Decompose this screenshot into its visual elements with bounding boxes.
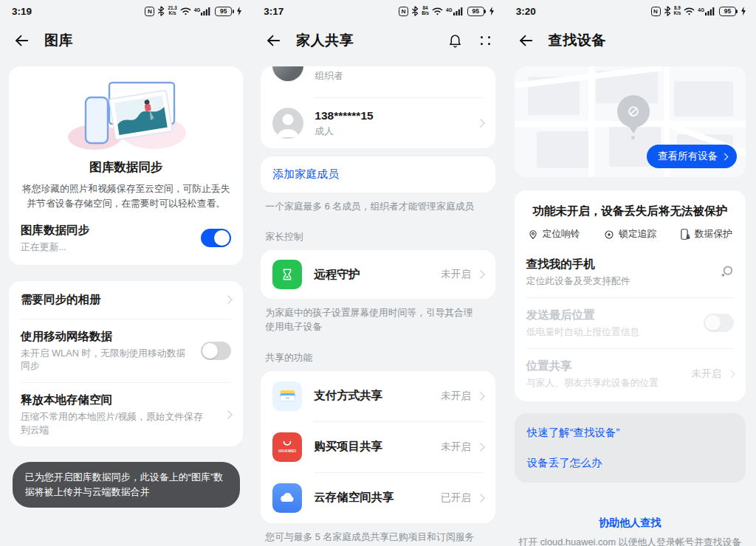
- wallet-icon: [272, 381, 302, 411]
- status-bar: 3:19 21.3K/s 4G 95: [0, 0, 252, 22]
- payment-sharing-row[interactable]: 支付方式共享 未开启: [261, 371, 495, 421]
- back-button[interactable]: [518, 32, 534, 49]
- location-sharing-status: 未开启: [691, 367, 721, 381]
- nfc-icon: [145, 7, 154, 16]
- location-pin-icon: [528, 229, 538, 240]
- wifi-icon: [180, 7, 191, 15]
- cloud-storage-sharing-row[interactable]: 云存储空间共享 已开启: [261, 473, 495, 523]
- payment-sharing-label: 支付方式共享: [314, 388, 441, 404]
- view-all-devices-button[interactable]: 查看所有设备: [647, 145, 737, 168]
- app-header: 查找设备: [504, 22, 756, 59]
- free-space-row[interactable]: 释放本地存储空间 压缩不常用的本地照片/视频，原始文件保存到云端: [9, 383, 243, 446]
- purchases-sharing-status: 未开启: [441, 440, 471, 454]
- network-speed-indicator: 8.9K/s: [674, 6, 681, 16]
- bluetooth-icon: [664, 6, 671, 16]
- organizer-member-row-partial[interactable]: 组织者: [261, 66, 495, 97]
- chevron-right-icon: [476, 271, 484, 279]
- location-off-icon: [625, 103, 642, 120]
- wifi-icon: [684, 7, 695, 15]
- organizer-avatar: [272, 66, 303, 81]
- chevron-right-icon: [476, 443, 484, 451]
- page-title: 图库: [44, 31, 73, 50]
- status-bar: 3:20 8.9K/s 4G 95: [504, 0, 756, 22]
- back-arrow-icon: [518, 32, 534, 49]
- more-options-icon[interactable]: [481, 36, 491, 46]
- device-lost-help-link[interactable]: 设备丢了怎么办: [515, 448, 746, 478]
- status-icons: 8.9K/s 4G 95: [651, 6, 746, 16]
- gallery-sync-toggle[interactable]: [201, 229, 231, 247]
- back-button[interactable]: [265, 32, 281, 49]
- screen-gallery-sync: 3:19 21.3K/s 4G 95 图库: [0, 0, 252, 546]
- purchases-sharing-row[interactable]: HUAWEI 购买项目共享 未开启: [261, 422, 495, 472]
- gallery-sync-card: 图库数据同步 将您珍藏的照片和视频保存至云空间，可防止丢失并节省设备存储空间，在…: [9, 66, 243, 265]
- add-member-card[interactable]: 添加家庭成员: [261, 156, 495, 193]
- gallery-sync-illustration: [9, 66, 243, 152]
- purchases-sharing-label: 购买项目共享: [314, 439, 441, 455]
- back-arrow-icon: [13, 32, 30, 49]
- sync-card-description: 将您珍藏的照片和视频保存至云空间，可防止丢失并节省设备存储空间，在需要时可以轻松…: [9, 176, 243, 215]
- cloud-storage-sharing-label: 云存储空间共享: [314, 490, 441, 505]
- chevron-right-icon: [476, 392, 484, 400]
- gallery-sync-toggle-row: 图库数据同步 正在更新...: [9, 215, 243, 265]
- free-space-label: 释放本地存储空间: [21, 393, 220, 408]
- wifi-icon: [432, 7, 443, 15]
- appgallery-wordmark: HUAWEI: [278, 449, 296, 453]
- shared-features-card: 支付方式共享 未开启 HUAWEI 购买项目共享 未开启 云存储空间共享: [261, 371, 495, 523]
- protection-warning-title: 功能未开启，设备丢失后将无法被保护: [515, 190, 746, 228]
- mobile-data-label: 使用移动网络数据: [21, 329, 192, 345]
- location-sharing-row[interactable]: 位置共享 与家人、朋友共享此设备的位置 未开启: [515, 349, 746, 401]
- sync-card-title: 图库数据同步: [9, 159, 243, 176]
- signal-icon: 4G: [446, 7, 463, 15]
- chevron-right-icon: [224, 295, 233, 303]
- battery-icon: 95: [467, 7, 484, 16]
- charging-icon: [237, 7, 241, 15]
- screen-family-sharing: 3:17 84B/s 4G 95 家人共享: [252, 0, 504, 546]
- remote-guard-label: 远程守护: [314, 267, 441, 283]
- cloud-icon: [272, 483, 302, 513]
- bluetooth-icon: [411, 6, 419, 16]
- sync-toggle-label: 图库数据同步: [21, 223, 192, 238]
- target-icon: [604, 229, 614, 240]
- nfc-icon: [399, 7, 408, 16]
- free-space-sub: 压缩不常用的本地照片/视频，原始文件保存到云端: [21, 410, 204, 437]
- page-title: 查找设备: [549, 31, 606, 50]
- status-bar: 3:17 84B/s 4G 95: [252, 0, 504, 22]
- organizer-role-label: 组织者: [315, 69, 483, 83]
- send-last-location-sub: 低电量时自动上报位置信息: [526, 325, 695, 339]
- battery-icon: 95: [719, 7, 736, 16]
- member-row[interactable]: 138******15 成人: [261, 98, 495, 148]
- learn-find-device-link[interactable]: 快速了解“查找设备”: [515, 418, 746, 448]
- appgallery-icon: HUAWEI: [272, 432, 302, 462]
- back-button[interactable]: [13, 32, 30, 49]
- send-last-location-toggle[interactable]: [704, 314, 734, 332]
- protection-features: 定位响铃 锁定追踪 数据保护: [515, 228, 746, 248]
- status-time: 3:17: [264, 6, 284, 17]
- shared-features-hint: 您可与最多 5 名家庭成员共享已购项目和订阅服务等: [252, 523, 495, 546]
- chevron-right-icon: [726, 370, 735, 378]
- mobile-data-toggle[interactable]: [201, 342, 231, 360]
- chevron-right-icon: [476, 119, 484, 127]
- app-header: 图库: [0, 22, 252, 59]
- remote-guard-row[interactable]: 远程守护 未开启: [261, 250, 495, 299]
- find-my-phone-label: 查找我的手机: [526, 257, 720, 272]
- feature-locate-ring: 定位响铃: [528, 228, 580, 241]
- albums-to-sync-row[interactable]: 需要同步的相册: [9, 281, 243, 319]
- assist-others-link[interactable]: 协助他人查找: [504, 516, 756, 530]
- feature-lock-track: 锁定追踪: [604, 228, 656, 241]
- location-sharing-sub: 与家人、朋友共享此设备的位置: [526, 376, 692, 390]
- add-member-link[interactable]: 添加家庭成员: [272, 167, 339, 182]
- assist-others-sub: 打开 cloud.huawei.com 以便他人登录帐号并查找设备: [504, 536, 756, 546]
- nfc-icon: [651, 7, 661, 16]
- triple-screenshot-canvas: 3:19 21.3K/s 4G 95 图库: [0, 0, 756, 546]
- shared-features-section-label: 共享的功能: [252, 334, 504, 371]
- chevron-right-icon: [721, 153, 729, 160]
- mobile-data-row: 使用移动网络数据 未开启 WLAN 时，无限制使用移动数据同步: [9, 319, 243, 383]
- find-my-phone-row[interactable]: 查找我的手机 定位此设备及受支持配件: [515, 248, 746, 297]
- hourglass-icon: [272, 260, 302, 289]
- notifications-bell-icon[interactable]: [447, 33, 463, 49]
- chevron-right-icon: [476, 494, 484, 502]
- parental-hint: 为家庭中的孩子设置屏幕使用时间等，引导其合理使用电子设备: [252, 299, 495, 334]
- protection-card: 功能未开启，设备丢失后将无法被保护 定位响铃 锁定追踪 数据保护 查找我的手机: [515, 190, 746, 401]
- chevron-right-icon: [224, 411, 233, 419]
- network-speed-indicator: 84B/s: [422, 6, 429, 16]
